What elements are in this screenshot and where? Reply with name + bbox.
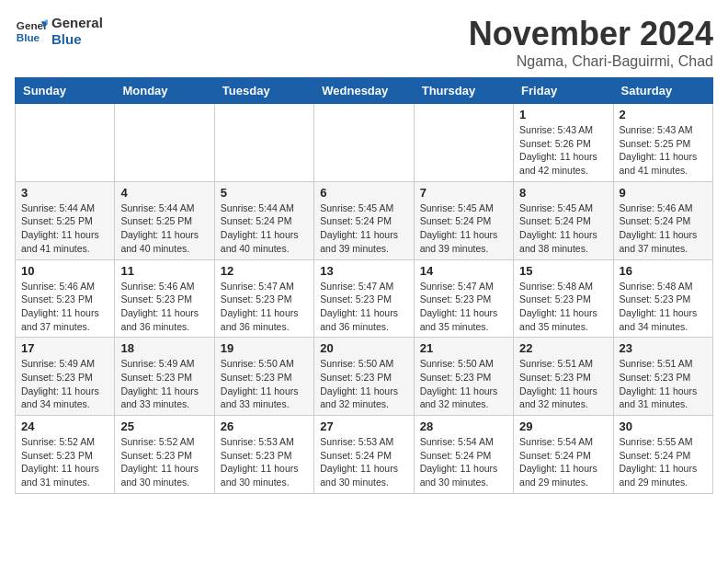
calendar-cell: 25Sunrise: 5:52 AM Sunset: 5:23 PM Dayli… (115, 416, 214, 494)
weekday-header-cell: Tuesday (214, 78, 313, 104)
day-info: Sunrise: 5:43 AM Sunset: 5:26 PM Dayligh… (519, 123, 607, 178)
day-info: Sunrise: 5:45 AM Sunset: 5:24 PM Dayligh… (320, 201, 407, 256)
day-number: 9 (620, 186, 707, 200)
logo: General Blue General Blue (15, 15, 103, 48)
day-info: Sunrise: 5:46 AM Sunset: 5:23 PM Dayligh… (21, 280, 108, 334)
calendar-body: 1Sunrise: 5:43 AM Sunset: 5:26 PM Daylig… (16, 104, 713, 494)
calendar-cell: 10Sunrise: 5:46 AM Sunset: 5:23 PM Dayli… (16, 259, 115, 338)
calendar-cell: 4Sunrise: 5:44 AM Sunset: 5:25 PM Daylig… (115, 181, 214, 259)
day-number: 5 (221, 186, 308, 200)
day-number: 22 (519, 341, 607, 355)
day-number: 20 (320, 341, 407, 355)
month-title: November 2024 (469, 15, 713, 53)
day-number: 2 (620, 108, 707, 121)
day-number: 25 (120, 419, 208, 433)
calendar-cell: 20Sunrise: 5:50 AM Sunset: 5:23 PM Dayli… (314, 338, 414, 416)
weekday-header-cell: Saturday (613, 78, 712, 104)
day-info: Sunrise: 5:47 AM Sunset: 5:23 PM Dayligh… (420, 280, 507, 334)
calendar-cell: 1Sunrise: 5:43 AM Sunset: 5:26 PM Daylig… (514, 104, 613, 182)
day-number: 29 (519, 419, 607, 433)
calendar-cell (16, 104, 115, 182)
day-info: Sunrise: 5:48 AM Sunset: 5:23 PM Dayligh… (519, 280, 607, 334)
day-info: Sunrise: 5:44 AM Sunset: 5:25 PM Dayligh… (21, 201, 108, 256)
day-number: 12 (221, 264, 308, 278)
calendar-cell: 2Sunrise: 5:43 AM Sunset: 5:25 PM Daylig… (613, 104, 712, 182)
calendar: SundayMondayTuesdayWednesdayThursdayFrid… (15, 77, 713, 494)
calendar-cell: 22Sunrise: 5:51 AM Sunset: 5:23 PM Dayli… (514, 338, 613, 416)
day-info: Sunrise: 5:48 AM Sunset: 5:23 PM Dayligh… (620, 280, 707, 334)
day-number: 21 (420, 341, 507, 355)
calendar-cell: 28Sunrise: 5:54 AM Sunset: 5:24 PM Dayli… (414, 416, 513, 494)
calendar-cell: 27Sunrise: 5:53 AM Sunset: 5:24 PM Dayli… (314, 416, 414, 494)
day-number: 3 (21, 186, 108, 200)
calendar-cell: 29Sunrise: 5:54 AM Sunset: 5:24 PM Dayli… (514, 416, 613, 494)
day-number: 1 (519, 108, 607, 121)
day-info: Sunrise: 5:44 AM Sunset: 5:24 PM Dayligh… (221, 201, 308, 256)
calendar-cell: 17Sunrise: 5:49 AM Sunset: 5:23 PM Dayli… (16, 338, 115, 416)
day-number: 30 (620, 419, 707, 433)
day-info: Sunrise: 5:44 AM Sunset: 5:25 PM Dayligh… (120, 201, 208, 256)
day-number: 17 (21, 341, 108, 355)
calendar-cell: 23Sunrise: 5:51 AM Sunset: 5:23 PM Dayli… (613, 338, 712, 416)
day-number: 28 (420, 419, 507, 433)
calendar-cell: 16Sunrise: 5:48 AM Sunset: 5:23 PM Dayli… (613, 259, 712, 338)
calendar-week-row: 10Sunrise: 5:46 AM Sunset: 5:23 PM Dayli… (16, 259, 713, 338)
calendar-cell (314, 104, 414, 182)
calendar-cell: 15Sunrise: 5:48 AM Sunset: 5:23 PM Dayli… (514, 259, 613, 338)
day-number: 4 (120, 186, 208, 200)
calendar-cell: 12Sunrise: 5:47 AM Sunset: 5:23 PM Dayli… (214, 259, 313, 338)
day-info: Sunrise: 5:50 AM Sunset: 5:23 PM Dayligh… (320, 357, 407, 411)
calendar-cell: 26Sunrise: 5:53 AM Sunset: 5:23 PM Dayli… (214, 416, 313, 494)
calendar-cell: 14Sunrise: 5:47 AM Sunset: 5:23 PM Dayli… (414, 259, 513, 338)
day-number: 6 (320, 186, 407, 200)
day-info: Sunrise: 5:49 AM Sunset: 5:23 PM Dayligh… (21, 357, 108, 411)
day-number: 14 (420, 264, 507, 278)
day-info: Sunrise: 5:45 AM Sunset: 5:24 PM Dayligh… (519, 201, 607, 256)
day-info: Sunrise: 5:50 AM Sunset: 5:23 PM Dayligh… (420, 357, 507, 411)
day-info: Sunrise: 5:49 AM Sunset: 5:23 PM Dayligh… (120, 357, 208, 411)
day-number: 11 (120, 264, 208, 278)
day-number: 16 (620, 264, 707, 278)
day-info: Sunrise: 5:51 AM Sunset: 5:23 PM Dayligh… (519, 357, 607, 411)
calendar-cell (115, 104, 214, 182)
day-info: Sunrise: 5:47 AM Sunset: 5:23 PM Dayligh… (221, 280, 308, 334)
calendar-cell: 9Sunrise: 5:46 AM Sunset: 5:24 PM Daylig… (613, 181, 712, 259)
day-number: 18 (120, 341, 208, 355)
day-info: Sunrise: 5:54 AM Sunset: 5:24 PM Dayligh… (519, 435, 607, 489)
weekday-header-cell: Thursday (414, 78, 513, 104)
day-number: 24 (21, 419, 108, 433)
location-title: Ngama, Chari-Baguirmi, Chad (469, 53, 713, 70)
calendar-week-row: 17Sunrise: 5:49 AM Sunset: 5:23 PM Dayli… (16, 338, 713, 416)
day-number: 8 (519, 186, 607, 200)
day-info: Sunrise: 5:43 AM Sunset: 5:25 PM Dayligh… (620, 123, 707, 178)
calendar-week-row: 3Sunrise: 5:44 AM Sunset: 5:25 PM Daylig… (16, 181, 713, 259)
day-info: Sunrise: 5:53 AM Sunset: 5:23 PM Dayligh… (221, 435, 308, 489)
calendar-cell: 30Sunrise: 5:55 AM Sunset: 5:24 PM Dayli… (613, 416, 712, 494)
day-number: 7 (420, 186, 507, 200)
day-info: Sunrise: 5:54 AM Sunset: 5:24 PM Dayligh… (420, 435, 507, 489)
day-info: Sunrise: 5:51 AM Sunset: 5:23 PM Dayligh… (620, 357, 707, 411)
logo-line1: General (51, 15, 103, 31)
weekday-header-cell: Friday (514, 78, 613, 104)
weekday-header-cell: Sunday (16, 78, 115, 104)
day-number: 27 (320, 419, 407, 433)
weekday-header-row: SundayMondayTuesdayWednesdayThursdayFrid… (16, 78, 713, 104)
day-info: Sunrise: 5:52 AM Sunset: 5:23 PM Dayligh… (120, 435, 208, 489)
day-info: Sunrise: 5:46 AM Sunset: 5:23 PM Dayligh… (120, 280, 208, 334)
day-info: Sunrise: 5:55 AM Sunset: 5:24 PM Dayligh… (620, 435, 707, 489)
day-number: 15 (519, 264, 607, 278)
calendar-cell (414, 104, 513, 182)
calendar-cell: 8Sunrise: 5:45 AM Sunset: 5:24 PM Daylig… (514, 181, 613, 259)
day-number: 13 (320, 264, 407, 278)
day-info: Sunrise: 5:45 AM Sunset: 5:24 PM Dayligh… (420, 201, 507, 256)
calendar-cell: 3Sunrise: 5:44 AM Sunset: 5:25 PM Daylig… (16, 181, 115, 259)
day-number: 26 (221, 419, 308, 433)
weekday-header-cell: Wednesday (314, 78, 414, 104)
calendar-cell: 11Sunrise: 5:46 AM Sunset: 5:23 PM Dayli… (115, 259, 214, 338)
calendar-week-row: 1Sunrise: 5:43 AM Sunset: 5:26 PM Daylig… (16, 104, 713, 182)
day-info: Sunrise: 5:46 AM Sunset: 5:24 PM Dayligh… (620, 201, 707, 256)
calendar-cell: 19Sunrise: 5:50 AM Sunset: 5:23 PM Dayli… (214, 338, 313, 416)
calendar-cell: 5Sunrise: 5:44 AM Sunset: 5:24 PM Daylig… (214, 181, 313, 259)
day-number: 23 (620, 341, 707, 355)
day-number: 19 (221, 341, 308, 355)
